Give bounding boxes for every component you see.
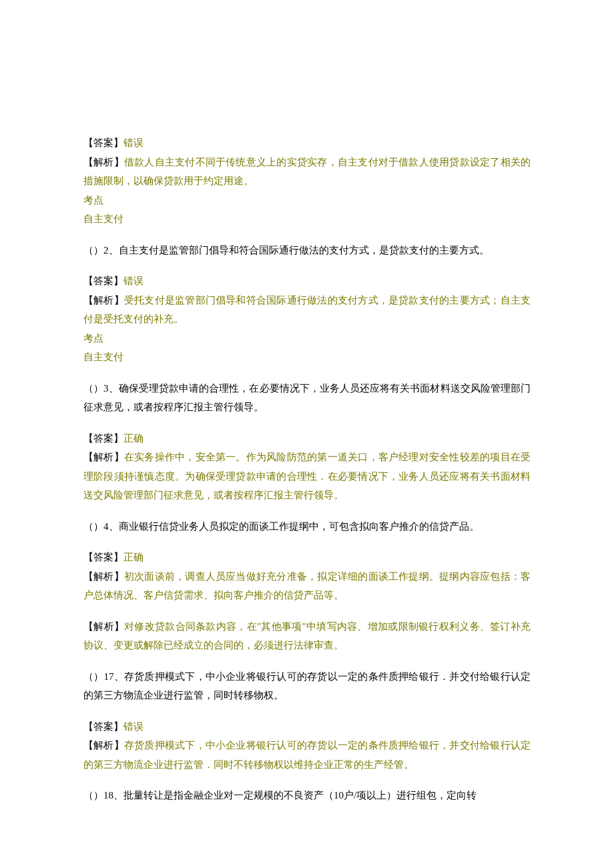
kaodian-value: 自主支付 (83, 209, 531, 229)
analysis-label: 【解析】 (83, 157, 124, 167)
answer-value: 错误 (123, 276, 143, 286)
analysis-text: 初次面谈前，调查人员应当做好充分准备，拟定详细的面谈工作提纲。提纲内容应包括：客… (83, 571, 531, 601)
question-line: （）4、商业银行信贷业务人员拟定的面谈工作提纲中，可包含拟向客户推介的信贷产品。 (83, 517, 531, 536)
answer-value: 正确 (123, 552, 143, 562)
question-line: （）17、存货质押模式下，中小企业将银行认可的存货以一定的条件质押给银行．并交付… (83, 667, 531, 705)
analysis-line: 【解析】对修改贷款合同条款内容，在"其他事项"中填写内容、增加或限制银行权利义务… (83, 617, 531, 655)
answer-value: 错误 (123, 721, 143, 732)
analysis-line: 【解析】存货质押模式下，中小企业将银行认可的存货以一定的条件质押给银行，并交付给… (83, 736, 531, 774)
question-text-4: （）4、商业银行信贷业务人员拟定的面谈工作提纲中，可包含拟向客户推介的信贷产品。 (83, 517, 531, 536)
answer-label: 【答案】 (83, 137, 123, 148)
kaodian-value: 自主支付 (83, 348, 531, 367)
question-text-2: （）2、自主支付是监管部门倡导和符合国际通行做法的支付方式，是贷款支付的主要方式… (83, 241, 531, 260)
analysis-line: 【解析】在实务操作中，安全第一。作为风险防范的第一道关口，客户经理对安全性较差的… (83, 448, 531, 505)
answer-line: 【答案】错误 (83, 272, 531, 291)
question-block-3: 【答案】正确 【解析】在实务操作中，安全第一。作为风险防范的第一道关口，客户经理… (83, 429, 531, 505)
analysis-text: 存货质押模式下，中小企业将银行认可的存货以一定的条件质押给银行，并交付给银行认定… (83, 740, 531, 770)
question-line: （）3、确保受理贷款申请的合理性，在必要情况下，业务人员还应将有关书面材料送交风… (83, 379, 531, 417)
answer-value: 错误 (123, 137, 143, 148)
question-block-16: 【解析】对修改贷款合同条款内容，在"其他事项"中填写内容、增加或限制银行权利义务… (83, 617, 531, 655)
answer-label: 【答案】 (83, 552, 123, 562)
analysis-label: 【解析】 (83, 571, 124, 582)
analysis-text: 对修改贷款合同条款内容，在"其他事项"中填写内容、增加或限制银行权利义务、签订补… (83, 621, 531, 651)
analysis-text: 借款人自主支付不同于传统意义上的实贷实存，自主支付对于借款人使用贷款设定了相关的… (83, 157, 531, 187)
analysis-label: 【解析】 (83, 452, 124, 462)
answer-label: 【答案】 (83, 276, 123, 286)
analysis-text: 受托支付是监管部门倡导和符合国际通行做法的支付方式，是贷款支付的主要方式；自主支… (83, 295, 531, 325)
question-line: （）2、自主支付是监管部门倡导和符合国际通行做法的支付方式，是贷款支付的主要方式… (83, 241, 531, 260)
answer-line: 【答案】正确 (83, 429, 531, 448)
answer-line: 【答案】错误 (83, 133, 531, 153)
kaodian-label: 考点 (83, 329, 531, 348)
question-block-4: 【答案】正确 【解析】初次面谈前，调查人员应当做好充分准备，拟定详细的面谈工作提… (83, 548, 531, 605)
analysis-line: 【解析】初次面谈前，调查人员应当做好充分准备，拟定详细的面谈工作提纲。提纲内容应… (83, 567, 531, 605)
analysis-label: 【解析】 (83, 295, 124, 306)
analysis-label: 【解析】 (83, 740, 124, 751)
analysis-line: 【解析】借款人自主支付不同于传统意义上的实贷实存，自主支付对于借款人使用贷款设定… (83, 153, 531, 191)
question-text-3: （）3、确保受理贷款申请的合理性，在必要情况下，业务人员还应将有关书面材料送交风… (83, 379, 531, 417)
answer-label: 【答案】 (83, 433, 123, 444)
analysis-label: 【解析】 (83, 621, 124, 632)
question-text-18: （）18、批量转让是指金融企业对一定规模的不良资产（10户/项以上）进行组包，定… (83, 786, 531, 805)
question-block-17: 【答案】错误 【解析】存货质押模式下，中小企业将银行认可的存货以一定的条件质押给… (83, 717, 531, 775)
question-line: （）18、批量转让是指金融企业对一定规模的不良资产（10户/项以上）进行组包，定… (83, 786, 531, 805)
analysis-text: 在实务操作中，安全第一。作为风险防范的第一道关口，客户经理对安全性较差的项目在受… (83, 452, 531, 500)
question-block-2: 【答案】错误 【解析】受托支付是监管部门倡导和符合国际通行做法的支付方式，是贷款… (83, 272, 531, 367)
answer-line: 【答案】正确 (83, 548, 531, 567)
question-block-1: 【答案】错误 【解析】借款人自主支付不同于传统意义上的实贷实存，自主支付对于借款… (83, 133, 531, 229)
answer-line: 【答案】错误 (83, 717, 531, 737)
question-text-17: （）17、存货质押模式下，中小企业将银行认可的存货以一定的条件质押给银行．并交付… (83, 667, 531, 705)
kaodian-label: 考点 (83, 191, 531, 210)
analysis-line: 【解析】受托支付是监管部门倡导和符合国际通行做法的支付方式，是贷款支付的主要方式… (83, 291, 531, 329)
answer-value: 正确 (123, 433, 143, 444)
answer-label: 【答案】 (83, 721, 123, 732)
